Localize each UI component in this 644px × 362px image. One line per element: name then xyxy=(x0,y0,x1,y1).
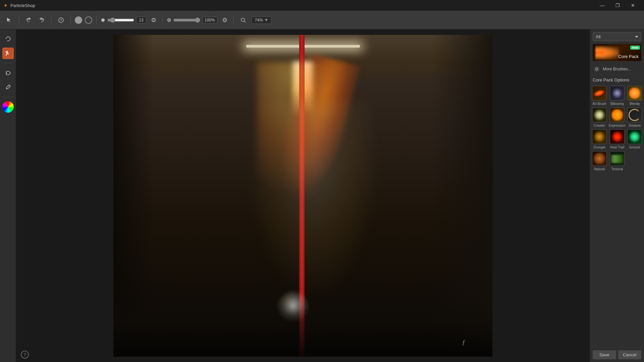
brush-thumb-billowing xyxy=(610,86,625,101)
canvas-image: ƒ xyxy=(113,35,492,357)
svg-point-5 xyxy=(241,18,245,21)
brush-item-crawler[interactable]: Crawler xyxy=(592,108,607,127)
select-tool-btn[interactable] xyxy=(4,15,15,25)
separator-2 xyxy=(51,15,52,25)
brush-thumb-gesture xyxy=(627,108,642,122)
svg-line-9 xyxy=(8,86,9,87)
left-toolbar xyxy=(0,29,16,362)
toolbar: 13 ⚙ 100% ⚙ 74% xyxy=(0,11,644,29)
search-button[interactable] xyxy=(238,15,249,25)
right-panel: All Favorites Recent New Core Pack More … xyxy=(590,29,644,362)
filter-row: All Favorites Recent xyxy=(590,29,644,44)
zoom-value: 74% xyxy=(255,18,263,22)
title-bar-controls: — ❐ ✕ xyxy=(594,0,641,11)
brush-item-textural[interactable]: Textural xyxy=(609,151,625,171)
separator-6 xyxy=(233,15,234,25)
brush-item-blendy[interactable]: Blendy xyxy=(627,86,642,106)
brush-grid: Art Brush Billowing Blendy Crawler xyxy=(592,86,642,171)
opacity-slider[interactable] xyxy=(173,17,200,23)
separator-5 xyxy=(162,15,163,25)
brush-name-expression: Expression xyxy=(609,124,625,127)
core-pack-banner[interactable]: New Core Pack xyxy=(593,44,641,61)
brush-item-artbrush[interactable]: Art Brush xyxy=(592,86,607,106)
brush-name-ionized: Ionized xyxy=(629,145,640,149)
undo-button[interactable] xyxy=(23,15,34,25)
save-button[interactable]: Save xyxy=(593,350,616,359)
redo-button[interactable] xyxy=(37,15,47,25)
select-lasso-tool[interactable] xyxy=(2,34,14,45)
svg-marker-0 xyxy=(7,18,11,22)
brush-name-grunger: Grunger xyxy=(593,145,606,149)
eyedropper-tool-btn[interactable] xyxy=(2,81,14,93)
svg-point-10 xyxy=(6,88,7,89)
brush-thumb-crawler xyxy=(592,108,607,122)
main-content: ƒ ? All Favorites Recent New Core Pack xyxy=(0,29,644,362)
size-slider-group: 13 xyxy=(101,17,146,23)
title-bar: ✦ ParticleShop — ❐ ✕ xyxy=(0,0,644,11)
brush-name-blendy: Blendy xyxy=(630,102,640,106)
brush-thumb-artbrush xyxy=(592,86,607,101)
title-bar-left: ✦ ParticleShop xyxy=(3,2,35,9)
brush-item-billowing[interactable]: Billowing xyxy=(609,86,625,106)
left-separator-2 xyxy=(3,97,13,97)
brush-mode-empty[interactable] xyxy=(85,16,92,24)
watermark: ƒ xyxy=(462,338,466,347)
brush-thumb-textural xyxy=(610,151,625,166)
size-settings-btn[interactable]: ⚙ xyxy=(149,15,158,25)
color-wheel-button[interactable] xyxy=(2,101,14,113)
options-title: Core Pack Options xyxy=(592,77,642,82)
history-button[interactable] xyxy=(56,15,66,25)
bottom-buttons: Save Cancel xyxy=(590,347,644,362)
brush-thumb-heattrail xyxy=(610,129,625,144)
canvas-area[interactable]: ƒ ? xyxy=(16,29,590,362)
brush-name-artbrush: Art Brush xyxy=(592,102,606,106)
brush-item-ionized[interactable]: Ionized xyxy=(627,129,642,149)
svg-line-7 xyxy=(6,55,6,56)
separator-1 xyxy=(19,15,19,25)
maximize-button[interactable]: ❐ xyxy=(610,0,625,11)
zoom-dropdown-icon xyxy=(265,19,268,21)
brush-name-heattrail: Heat Trail xyxy=(610,145,624,149)
opacity-icon xyxy=(167,18,171,22)
core-pack-label: Core Pack xyxy=(618,54,639,59)
brush-item-heattrail[interactable]: Heat Trail xyxy=(609,129,625,149)
options-section: Core Pack Options Art Brush Billowing Bl… xyxy=(590,75,644,347)
brush-item-expression[interactable]: Expression xyxy=(609,108,625,127)
more-brushes-row[interactable]: More Brushes... xyxy=(590,64,644,75)
fill-tool-btn[interactable] xyxy=(2,67,14,79)
app-title: ParticleShop xyxy=(10,3,35,8)
size-value: 13 xyxy=(136,17,146,23)
size-slider[interactable] xyxy=(107,17,134,23)
brush-item-gesture[interactable]: Gesture xyxy=(627,108,642,127)
opacity-value: 100% xyxy=(202,17,217,23)
svg-point-11 xyxy=(596,68,598,70)
paint-brush-tool[interactable] xyxy=(2,48,14,59)
close-button[interactable]: ✕ xyxy=(625,0,641,11)
brush-mode-filled[interactable] xyxy=(75,16,82,24)
brush-name-textural: Textural xyxy=(611,167,623,171)
brush-name-gesture: Gesture xyxy=(629,124,641,127)
brush-thumb-blendy xyxy=(627,86,642,101)
brush-item-grunger[interactable]: Grunger xyxy=(592,129,607,149)
more-brushes-text: More Brushes... xyxy=(603,67,631,71)
filter-dropdown[interactable]: All Favorites Recent xyxy=(593,32,641,41)
left-separator-1 xyxy=(3,63,13,63)
svg-line-6 xyxy=(244,21,246,22)
help-button[interactable]: ? xyxy=(21,351,29,359)
opacity-settings-btn[interactable]: ⚙ xyxy=(220,15,229,25)
brush-thumb-ionized xyxy=(627,129,642,144)
separator-4 xyxy=(96,15,97,25)
svg-point-2 xyxy=(101,18,105,22)
zoom-display[interactable]: 74% xyxy=(251,16,271,24)
brush-item-natural[interactable]: Natural xyxy=(592,151,607,171)
cancel-button[interactable]: Cancel xyxy=(618,350,642,359)
minimize-button[interactable]: — xyxy=(594,0,610,11)
brush-name-crawler: Crawler xyxy=(594,124,605,127)
brush-thumb-grunger xyxy=(592,129,607,144)
brush-thumb-expression xyxy=(610,108,625,122)
separator-3 xyxy=(70,15,71,25)
size-icon xyxy=(101,18,105,22)
brush-name-billowing: Billowing xyxy=(610,102,624,106)
opacity-slider-group: 100% xyxy=(167,17,217,23)
new-badge: New xyxy=(630,46,640,50)
